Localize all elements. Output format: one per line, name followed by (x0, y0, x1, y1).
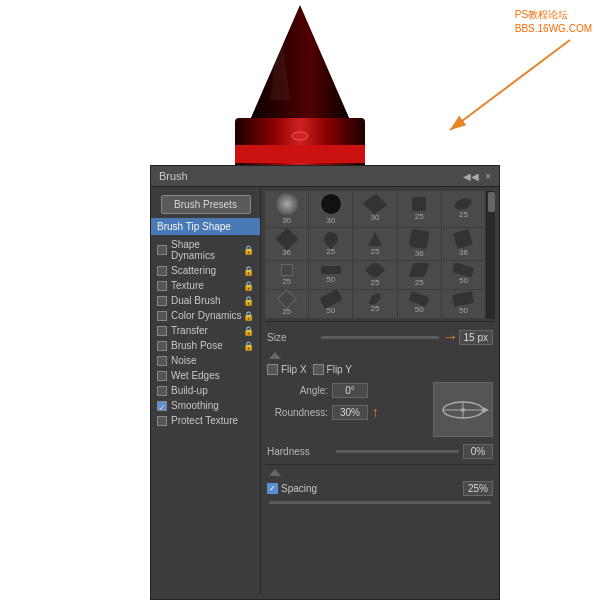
svg-marker-8 (483, 407, 489, 413)
brush-cell[interactable]: 25 (353, 228, 396, 260)
dual-brush-checkbox[interactable] (157, 296, 167, 306)
sidebar-item-color-dynamics[interactable]: Color Dynamics 🔒 (151, 308, 260, 323)
texture-checkbox[interactable] (157, 281, 167, 291)
spacing-slider-area (265, 499, 495, 506)
color-dynamics-lock: 🔒 (243, 311, 254, 321)
brush-pose-checkbox[interactable] (157, 341, 167, 351)
panel-controls: ◀◀ × (463, 171, 491, 182)
brush-cell[interactable]: 36 (442, 228, 485, 260)
shape-dynamics-lock: 🔒 (243, 245, 254, 255)
brush-cell[interactable]: 25 (265, 261, 308, 289)
texture-lock: 🔒 (243, 281, 254, 291)
roundness-row: Roundness: 30% ↑ (265, 401, 431, 423)
panel-collapse-btn[interactable]: ◀◀ (463, 171, 479, 182)
size-row: Size → 15 px (265, 324, 495, 350)
sidebar-item-scattering[interactable]: Scattering 🔒 (151, 263, 260, 278)
svg-point-9 (461, 408, 465, 412)
svg-point-2 (292, 132, 308, 140)
panel-close-btn[interactable]: × (485, 171, 491, 182)
flip-x-label[interactable]: Flip X (267, 364, 307, 375)
roundness-arrow-icon: ↑ (372, 404, 379, 420)
build-up-checkbox[interactable] (157, 386, 167, 396)
sidebar-item-build-up[interactable]: Build-up (151, 383, 260, 398)
flip-row: Flip X Flip Y (265, 361, 495, 378)
size-value: 15 px (459, 330, 493, 345)
noise-checkbox[interactable] (157, 356, 167, 366)
size-triangle-area (265, 350, 495, 361)
sidebar-item-protect-texture[interactable]: Protect Texture (151, 413, 260, 428)
brush-cell[interactable]: 25 (398, 191, 441, 227)
hardness-row: Hardness 0% (265, 441, 495, 462)
brush-shape-preview (433, 382, 493, 437)
brush-cell[interactable]: 50 (398, 290, 441, 318)
spacing-label[interactable]: ✓ Spacing (267, 483, 463, 494)
roundness-value[interactable]: 30% (332, 405, 368, 420)
size-slider[interactable] (321, 336, 439, 339)
spacing-row: ✓ Spacing 25% (265, 478, 495, 499)
brush-grid-scrollbar[interactable] (486, 191, 495, 319)
props-section: Angle: 0° Roundness: 30% ↑ (265, 378, 495, 441)
sidebar-item-smoothing[interactable]: ✓ Smoothing (151, 398, 260, 413)
brush-cell[interactable]: 50 (309, 290, 352, 318)
protect-texture-checkbox[interactable] (157, 416, 167, 426)
dual-brush-lock: 🔒 (243, 296, 254, 306)
svg-line-3 (450, 40, 570, 130)
flip-x-checkbox[interactable] (267, 364, 278, 375)
canvas-area: PS教程论坛 BBS.16WG.COM (0, 0, 600, 180)
transfer-checkbox[interactable] (157, 326, 167, 336)
brush-cell[interactable]: 36 (398, 228, 441, 260)
scattering-checkbox[interactable] (157, 266, 167, 276)
hardness-slider[interactable] (336, 450, 459, 453)
props-left: Angle: 0° Roundness: 30% ↑ (265, 380, 431, 439)
scattering-lock: 🔒 (243, 266, 254, 276)
sidebar-item-texture[interactable]: Texture 🔒 (151, 278, 260, 293)
annotation-arrow (360, 20, 580, 150)
brush-cell[interactable]: 30 (265, 191, 308, 227)
angle-label: Angle: (267, 385, 332, 396)
spacing-value: 25% (463, 481, 493, 496)
brush-cell[interactable]: 25 (265, 290, 308, 318)
shape-dynamics-checkbox[interactable] (157, 245, 167, 255)
color-dynamics-checkbox[interactable] (157, 311, 167, 321)
transfer-lock: 🔒 (243, 326, 254, 336)
spacing-slider[interactable] (269, 501, 491, 504)
brush-cell[interactable]: 36 (265, 228, 308, 260)
brush-cell[interactable]: 25 (353, 261, 396, 289)
brush-shape-svg (436, 385, 491, 435)
sidebar-item-brush-pose[interactable]: Brush Pose 🔒 (151, 338, 260, 353)
brush-grid: 30 30 30 25 (265, 191, 485, 319)
flip-y-label[interactable]: Flip Y (313, 364, 352, 375)
brush-cell[interactable]: 25 (353, 290, 396, 318)
brush-cell[interactable]: 25 (309, 228, 352, 260)
roundness-label: Roundness: (267, 407, 332, 418)
watermark: PS教程论坛 BBS.16WG.COM (515, 8, 592, 36)
sidebar-item-noise[interactable]: Noise (151, 353, 260, 368)
hardness-label: Hardness (267, 446, 332, 457)
brush-cell[interactable]: 30 (353, 191, 396, 227)
brush-cell[interactable]: 50 (442, 290, 485, 318)
brush-cell[interactable]: 30 (309, 191, 352, 227)
panel-body: Brush Presets Brush Tip Shape Shape Dyna… (151, 187, 499, 594)
svg-rect-1 (235, 145, 365, 163)
brush-presets-button[interactable]: Brush Presets (161, 195, 251, 214)
sidebar-item-dual-brush[interactable]: Dual Brush 🔒 (151, 293, 260, 308)
panel-header: Brush ◀◀ × (151, 166, 499, 187)
sidebar-item-shape-dynamics[interactable]: Shape Dynamics 🔒 (151, 237, 260, 263)
sidebar-item-wet-edges[interactable]: Wet Edges (151, 368, 260, 383)
sidebar-item-brush-tip-shape[interactable]: Brush Tip Shape (151, 218, 260, 235)
brush-cell[interactable]: 25 (398, 261, 441, 289)
wet-edges-checkbox[interactable] (157, 371, 167, 381)
spacing-triangle (269, 469, 281, 476)
brush-cell[interactable]: 25 (442, 191, 485, 227)
brush-cell[interactable]: 50 (309, 261, 352, 289)
angle-value[interactable]: 0° (332, 383, 368, 398)
panel-title: Brush (159, 170, 188, 182)
spacing-checkbox[interactable]: ✓ (267, 483, 278, 494)
smoothing-checkbox[interactable]: ✓ (157, 401, 167, 411)
sidebar-item-transfer[interactable]: Transfer 🔒 (151, 323, 260, 338)
brush-grid-container: 30 30 30 25 (265, 191, 495, 319)
flip-y-checkbox[interactable] (313, 364, 324, 375)
size-triangle (269, 352, 281, 359)
brush-cell[interactable]: 50 (442, 261, 485, 289)
size-label: Size (267, 332, 317, 343)
